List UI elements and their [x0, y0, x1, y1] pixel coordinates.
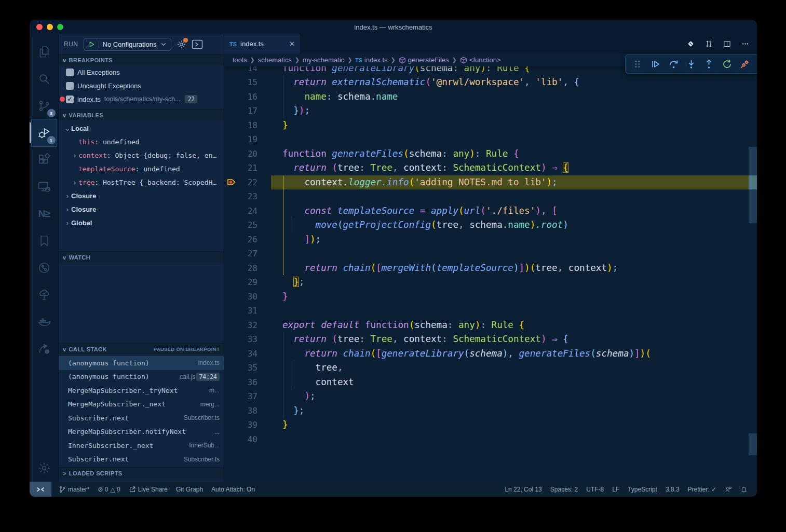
activity-bar-item-todo-tree[interactable] [32, 281, 57, 308]
code-line[interactable]: 16 name: schema.name [224, 90, 749, 104]
code-line[interactable]: 21 return (tree: Tree, context: Schemati… [224, 161, 749, 175]
debug-drag-handle-button[interactable] [630, 57, 645, 72]
variable-row[interactable]: ›Closure [59, 202, 224, 216]
activity-bar-item-run-debug[interactable]: 1 [32, 119, 57, 146]
breadcrumb-item[interactable]: tools [233, 56, 247, 64]
call-stack-frame[interactable]: (anonymous function)call.js74:24 [59, 370, 224, 384]
compare-changes-icon[interactable] [704, 39, 713, 48]
call-stack-frame[interactable]: MergeMapSubscriber.notifyNext... [59, 425, 224, 439]
status-auto-attach[interactable]: Auto Attach: On [207, 486, 259, 493]
variable-row[interactable]: ⌄Local [59, 121, 224, 135]
activity-bar-item-explorer[interactable] [32, 38, 57, 65]
call-stack-frame[interactable]: Subscriber.nextSubscriber.ts [59, 411, 224, 425]
breadcrumb-item[interactable]: <function> [460, 56, 501, 64]
variable-row[interactable]: this: undefined [59, 135, 224, 148]
launch-configuration-dropdown[interactable]: No Configurations [84, 38, 171, 51]
breakpoint-row[interactable]: ✓Uncaught Exceptions [59, 79, 224, 92]
breakpoint-row[interactable]: ✓index.tstools/schematics/my-sch...22 [59, 92, 224, 106]
code-line[interactable]: 39} [224, 418, 749, 432]
code-line[interactable]: 30} [224, 290, 749, 304]
code-line[interactable]: 31 [224, 304, 749, 318]
feedback-icon[interactable] [721, 486, 736, 493]
activity-bar-item-extensions[interactable] [32, 146, 57, 173]
code-editor[interactable]: 14function generateLibrary(schema: any):… [224, 61, 749, 447]
code-line[interactable]: 19 [224, 132, 749, 147]
code-line[interactable]: 18} [224, 118, 749, 133]
code-line[interactable]: 17 }); [224, 104, 749, 118]
debug-step-out-button[interactable] [702, 57, 716, 72]
code-line[interactable]: 29 }; [224, 275, 749, 290]
code-line[interactable]: 22 context.logger.info('adding NOTES.md … [224, 175, 749, 190]
code-line[interactable]: 34 return chain([generateLibrary(schema)… [224, 347, 749, 361]
activity-bar-item-source-control[interactable]: 3 [32, 92, 57, 119]
call-stack-section-header[interactable]: vCALL STACKPAUSED ON BREAKPOINT [59, 343, 224, 354]
debug-continue-button[interactable] [648, 57, 663, 72]
status-eol[interactable]: LF [608, 486, 624, 493]
code-line[interactable]: 15 return externalSchematic('@nrwl/works… [224, 75, 749, 90]
status-indentation[interactable]: Spaces: 2 [546, 486, 582, 493]
variable-row[interactable]: ›context: Object {debug: false, en… [59, 148, 224, 162]
call-stack-frame[interactable]: MergeMapSubscriber._nextmerg... [59, 398, 224, 412]
debug-current-line-breakpoint-icon[interactable] [227, 178, 237, 186]
remote-indicator[interactable] [30, 482, 51, 497]
variable-row[interactable]: ›tree: HostTree {_backend: ScopedH… [59, 175, 224, 189]
more-actions-icon[interactable] [741, 39, 750, 48]
activity-bar-item-bookmarks[interactable] [32, 227, 57, 254]
status-branch[interactable]: master* [55, 486, 93, 493]
code-line[interactable]: 26 ]); [224, 233, 749, 247]
activity-bar-item-docker[interactable] [32, 308, 57, 335]
variable-row[interactable]: templateSource: undefined [59, 162, 224, 175]
debug-step-over-button[interactable] [666, 57, 681, 72]
code-line[interactable]: 20function generateFiles(schema: any): R… [224, 147, 749, 161]
breadcrumb-item[interactable]: TSindex.ts [355, 56, 387, 64]
notifications-bell-icon[interactable] [736, 486, 752, 493]
code-line[interactable]: 23 [224, 189, 749, 204]
variable-row[interactable]: ›Global [59, 216, 224, 229]
breakpoint-checkbox[interactable]: ✓ [66, 69, 74, 76]
code-line[interactable]: 32export default function(schema: any): … [224, 318, 749, 333]
code-line[interactable]: 27 [224, 247, 749, 261]
split-editor-icon[interactable] [723, 39, 731, 48]
activity-bar-item-nx-console[interactable]: N≥ [32, 200, 57, 227]
tab-close-icon[interactable]: ✕ [289, 40, 295, 48]
breadcrumb-item[interactable]: my-schematic [303, 56, 344, 64]
debug-settings-gear[interactable] [177, 39, 186, 49]
code-line[interactable]: 35 tree, [224, 361, 749, 375]
debug-disconnect-button[interactable] [738, 57, 752, 72]
debug-restart-button[interactable] [720, 57, 734, 72]
gitlens-annotations-icon[interactable] [686, 39, 695, 48]
variables-section-header[interactable]: vVARIABLES [59, 109, 224, 120]
breakpoint-row[interactable]: ✓All Exceptions [59, 65, 224, 79]
start-debug-icon[interactable] [88, 41, 95, 48]
call-stack-frame[interactable]: (anonymous function)index.ts [59, 356, 224, 370]
status-prettier[interactable]: Prettier: ✓ [684, 486, 721, 493]
code-line[interactable]: 28 return chain([mergeWith(templateSourc… [224, 261, 749, 276]
code-line[interactable]: 37 ); [224, 389, 749, 404]
watch-section-header[interactable]: vWATCH [59, 251, 224, 263]
code-line[interactable]: 38 }; [224, 404, 749, 418]
breakpoint-checkbox[interactable]: ✓ [66, 82, 74, 90]
breakpoint-checkbox[interactable]: ✓ [66, 96, 74, 103]
status-language-mode[interactable]: TypeScript [624, 486, 661, 493]
status-cursor-position[interactable]: Ln 22, Col 13 [500, 486, 546, 493]
code-line[interactable]: 24 const templateSource = apply(url('./f… [224, 204, 749, 219]
activity-bar-item-remote-explorer[interactable] [32, 173, 57, 200]
status-ts-version[interactable]: 3.8.3 [661, 486, 684, 493]
activity-bar-item-gitlens[interactable] [32, 254, 57, 281]
code-line[interactable]: 33 return (tree: Tree, context: Schemati… [224, 332, 749, 347]
status-live-share[interactable]: Live Share [125, 486, 172, 493]
variable-row[interactable]: ›Closure [59, 189, 224, 202]
call-stack-frame[interactable]: InnerSubscriber._nextInnerSub... [59, 439, 224, 453]
debug-console-icon[interactable] [192, 39, 203, 49]
tab-index-ts[interactable]: TS index.ts ✕ [224, 34, 300, 53]
code-line[interactable]: 36 context [224, 375, 749, 390]
call-stack-frame[interactable]: Subscriber.nextSubscriber.ts [59, 453, 224, 467]
activity-bar-item-settings[interactable] [32, 455, 57, 482]
code-line[interactable]: 25 move(getProjectConfig(tree, schema.na… [224, 218, 749, 233]
activity-bar-item-liveshare[interactable] [32, 335, 57, 362]
status-git-graph[interactable]: Git Graph [172, 486, 207, 493]
breadcrumb-item[interactable]: schematics [258, 56, 292, 64]
status-encoding[interactable]: UTF-8 [582, 486, 608, 493]
breadcrumb-item[interactable]: generateFiles [399, 56, 449, 64]
call-stack-frame[interactable]: MergeMapSubscriber._tryNextm... [59, 384, 224, 398]
